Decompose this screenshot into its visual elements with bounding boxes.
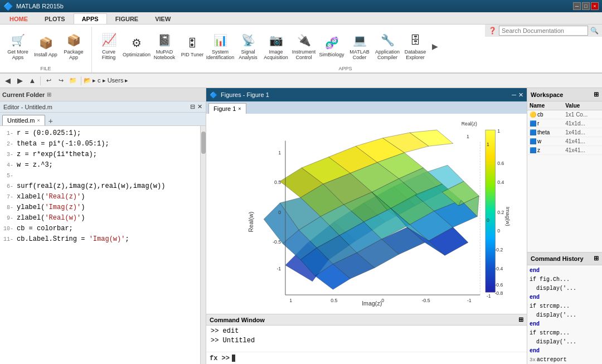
tab-plots[interactable]: PLOTS — [36, 13, 74, 24]
maximize-button[interactable]: □ — [582, 2, 590, 10]
ws-cell-value-r: 41x1d... — [563, 119, 602, 128]
tab-close-icon[interactable]: × — [37, 118, 40, 123]
svg-text:-1: -1 — [487, 293, 491, 299]
main-area: Current Folder ⊞ Editor - Untitled.m ⊟ ✕… — [0, 88, 602, 364]
hist-item-end1[interactable]: end — [530, 266, 600, 275]
ws-row-theta[interactable]: 🟦theta 1x41d... — [527, 128, 602, 137]
workspace-table: Name Value 🟡cb 1x1 Co... 🟦r 41x1d... 🟦th… — [527, 101, 602, 155]
hist-item-end4[interactable]: end — [530, 347, 600, 356]
svg-text:0: 0 — [487, 217, 489, 223]
3d-surface-plot: 1 0.6 0.4 0.2 0 -0.2 -0.4 -0.6 -0.8 Imag… — [206, 114, 527, 314]
hist-item-strcmp2[interactable]: if strcmp... — [530, 329, 600, 338]
command-window: Command Window ⊞ >> edit >> Untitled fx … — [206, 314, 527, 364]
instrument-control-button[interactable]: 🔌 Instrument Control — [290, 30, 317, 62]
search-icon[interactable]: 🔍 — [590, 27, 599, 35]
path-root-icon: 📂 — [84, 77, 91, 84]
left-panel: Current Folder ⊞ Editor - Untitled.m ⊟ ✕… — [0, 88, 206, 364]
figure-canvas: 1 0.6 0.4 0.2 0 -0.2 -0.4 -0.6 -0.8 Imag… — [206, 114, 527, 314]
matlab-logo-icon: 🔷 — [3, 2, 13, 11]
minimize-button[interactable]: ─ — [573, 2, 581, 10]
titlebar-controls[interactable]: ─ □ × — [573, 2, 599, 10]
curve-fitting-button[interactable]: 📈 Curve Fitting — [95, 30, 122, 62]
svg-text:-0.5: -0.5 — [422, 298, 430, 303]
package-app-button[interactable]: 📦 Package App — [60, 30, 87, 62]
matlab-coder-button[interactable]: 💻 MATLAB Coder — [346, 30, 373, 62]
more-apps-arrow-button[interactable]: ▶ — [430, 30, 440, 62]
current-folder-expand-btn[interactable]: ⊞ — [47, 91, 51, 98]
up-button[interactable]: ▲ — [27, 75, 38, 86]
code-area[interactable]: 1- r = (0:0.025:1); 2- theta = pi*(-1:0.… — [0, 126, 200, 364]
pid-tuner-button[interactable]: 🎛 PID Tuner — [179, 30, 206, 62]
figure-minimize-btn[interactable]: ─ — [512, 91, 516, 99]
forward-button[interactable]: ▶ — [14, 75, 26, 86]
database-explorer-icon: 🗄 — [407, 32, 423, 48]
apps-buttons: 📈 Curve Fitting ⚙ Optimization 📓 MuPAD N… — [95, 27, 440, 66]
ws-cell-value-cb: 1x1 Co... — [563, 110, 602, 119]
hist-item-ifch[interactable]: if fig.Ch... — [530, 275, 600, 284]
svg-text:1: 1 — [497, 128, 500, 134]
svg-text:0: 0 — [497, 228, 500, 234]
ws-cell-value-w: 41x41... — [563, 137, 602, 146]
tab-view[interactable]: VIEW — [147, 13, 179, 24]
system-id-button[interactable]: 📊 System Identification — [207, 30, 234, 62]
tab-untitled-m[interactable]: Untitled.m × — [2, 115, 45, 125]
ws-row-cb[interactable]: 🟡cb 1x1 Co... — [527, 110, 602, 119]
mupad-button[interactable]: 📓 MuPAD Notebook — [151, 30, 178, 62]
app-compiler-button[interactable]: 🔧 Application Compiler — [374, 30, 401, 62]
optimization-button[interactable]: ⚙ Optimization — [123, 30, 150, 62]
hist-item-end2[interactable]: end — [530, 293, 600, 302]
ribbon-section-file: 🛒 Get More Apps 📦 Install App 📦 Package … — [2, 27, 92, 72]
hist-item-strcmp1[interactable]: if strcmp... — [530, 302, 600, 311]
editor-collapse-btn[interactable]: ⊟ — [190, 103, 195, 110]
close-button[interactable]: × — [591, 2, 599, 10]
hist-item-actreport[interactable]: 3xactreport — [530, 356, 600, 365]
figure-close-btn[interactable]: ✕ — [518, 91, 523, 99]
hist-item-display1[interactable]: display('... — [530, 284, 600, 293]
code-line-5: 5- — [3, 171, 197, 181]
simbiology-button[interactable]: 🧬 SimBiology — [318, 30, 345, 62]
ws-col-value: Value — [563, 101, 602, 110]
figure-tab-1[interactable]: Figure 1 × — [208, 103, 246, 114]
editor-scrollbar[interactable] — [200, 126, 206, 364]
hist-item-display2[interactable]: display('... — [530, 311, 600, 320]
tab-apps[interactable]: APPS — [74, 13, 107, 24]
signal-analysis-button[interactable]: 📡 Signal Analysis — [235, 30, 261, 62]
workspace-expand-btn[interactable]: ⊞ — [594, 91, 599, 98]
figure-tab-close[interactable]: × — [238, 106, 241, 111]
code-line-3: 3- z = r*exp(1i*theta); — [3, 149, 197, 160]
ws-row-z[interactable]: 🟦z 41x41... — [527, 146, 602, 155]
command-input-line[interactable]: fx >> — [206, 352, 527, 364]
ws-col-name: Name — [527, 101, 563, 110]
editor-scroll-thumb[interactable] — [201, 132, 206, 154]
ws-cell-value-theta: 1x41d... — [563, 128, 602, 137]
svg-text:0: 0 — [381, 298, 384, 303]
history-expand-btn[interactable]: ⊞ — [594, 255, 599, 262]
system-id-icon: 📊 — [212, 32, 228, 48]
hist-item-end3[interactable]: end — [530, 320, 600, 329]
get-more-apps-button[interactable]: 🛒 Get More Apps — [4, 30, 31, 62]
ws-icon-cb: 🟡 — [530, 111, 536, 118]
tab-home[interactable]: HOME — [1, 13, 36, 24]
command-window-expand-btn[interactable]: ⊞ — [518, 316, 523, 323]
get-more-apps-icon: 🛒 — [10, 32, 26, 48]
signal-analysis-icon: 📡 — [240, 32, 256, 48]
browse-button[interactable]: 📁 — [67, 75, 79, 86]
editor-close-btn[interactable]: ✕ — [197, 103, 202, 110]
install-app-button[interactable]: 📦 Install App — [32, 30, 59, 62]
search-input[interactable] — [499, 26, 588, 36]
code-line-11: 11- cb.Label.String = 'Imag(w)'; — [3, 234, 197, 245]
svg-text:0.5: 0.5 — [274, 179, 281, 185]
image-acq-button[interactable]: 📷 Image Acquisition — [263, 30, 289, 62]
back-button[interactable]: ◀ — [2, 75, 13, 86]
undo-button[interactable]: ↩ — [43, 75, 54, 86]
code-line-10: 10- cb = colorbar; — [3, 224, 197, 234]
tab-figure[interactable]: FIGURE — [107, 13, 147, 24]
ws-row-r[interactable]: 🟦r 41x1d... — [527, 119, 602, 128]
hist-item-display3[interactable]: display('... — [530, 338, 600, 347]
figure-controls[interactable]: ─ ✕ — [512, 91, 523, 99]
redo-button[interactable]: ↪ — [55, 75, 66, 86]
ws-row-w[interactable]: 🟦w 41x41... — [527, 137, 602, 146]
new-tab-button[interactable]: + — [46, 117, 55, 125]
svg-text:1: 1 — [487, 142, 489, 147]
database-explorer-button[interactable]: 🗄 Database Explorer — [402, 30, 429, 62]
